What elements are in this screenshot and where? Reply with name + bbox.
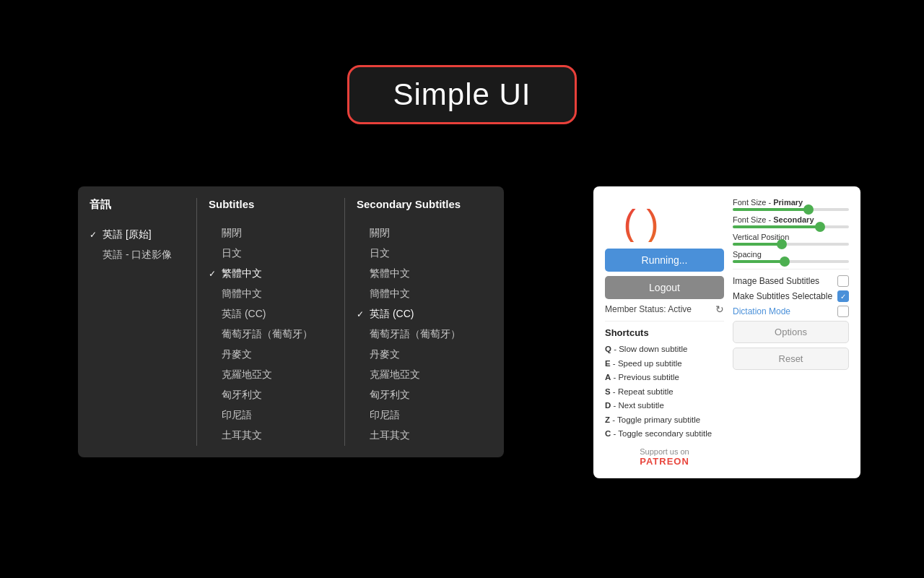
font-size-secondary-label: Font Size - Secondary (733, 215, 849, 224)
audio-column: 音訊 ✓ 英語 [原始] 英語 - 口述影像 (78, 198, 197, 446)
sub-item-tr[interactable]: 土耳其文 (209, 426, 333, 446)
dictation-mode-checkbox[interactable] (837, 306, 849, 317)
settings-section: Image Based Subtitles Make Subtitles Sel… (733, 269, 849, 317)
sub-item-hr[interactable]: 克羅地亞文 (209, 365, 333, 385)
audio-item-label: 英語 [原始] (103, 228, 152, 241)
sec-item-tr[interactable]: 土耳其文 (357, 426, 485, 446)
member-status-text: Member Status: Active (605, 304, 692, 314)
logo-icon: ( ) (623, 204, 658, 242)
title-area: Simple UI (0, 0, 924, 124)
patreon-text: PATREON (605, 456, 724, 467)
member-status: Member Status: Active ↻ (605, 303, 724, 315)
subtitles-header: Subtitles (209, 198, 333, 213)
font-size-secondary-thumb[interactable] (815, 222, 825, 232)
make-selectable-checkbox[interactable] (837, 290, 849, 302)
font-size-primary-section: Font Size - Primary (733, 198, 849, 211)
shortcut-d: D - Next subtitle (605, 399, 724, 413)
spacing-track[interactable] (733, 260, 849, 263)
vertical-position-thumb[interactable] (777, 239, 787, 249)
options-button[interactable]: Options (733, 321, 849, 343)
audio-item-description[interactable]: 英語 - 口述影像 (90, 245, 185, 265)
sub-item-cht[interactable]: ✓繁體中文 (209, 264, 333, 284)
running-button[interactable]: Running... (605, 249, 724, 272)
font-size-secondary-section: Font Size - Secondary (733, 215, 849, 228)
spacing-label: Spacing (733, 250, 849, 259)
vertical-position-fill (733, 243, 782, 246)
sub-item-ja[interactable]: 日文 (209, 243, 333, 264)
dictation-mode-link[interactable]: Dictation Mode (733, 306, 790, 316)
sub-item-hu[interactable]: 匈牙利文 (209, 385, 333, 405)
sec-item-pt[interactable]: 葡萄牙語（葡萄牙） (357, 324, 485, 345)
reset-button[interactable]: Reset (733, 348, 849, 370)
spacing-fill (733, 260, 785, 263)
font-size-secondary-track[interactable] (733, 225, 849, 228)
font-size-primary-fill (733, 208, 808, 211)
shortcut-q: Q - Slow down subtitle (605, 342, 724, 357)
sub-item-off[interactable]: 關閉 (209, 223, 333, 243)
font-size-primary-thumb[interactable] (803, 204, 814, 215)
font-size-primary-label: Font Size - Primary (733, 198, 849, 207)
sec-item-hr[interactable]: 克羅地亞文 (357, 365, 485, 385)
image-based-checkbox[interactable] (837, 275, 849, 287)
sub-item-id[interactable]: 印尼語 (209, 405, 333, 426)
right-panel-right: Font Size - Primary Font Size - Secondar… (733, 198, 849, 467)
logo-area: ( ) (605, 198, 677, 249)
shortcut-e: E - Speed up subtitle (605, 357, 724, 371)
sec-item-chs[interactable]: 簡體中文 (357, 284, 485, 304)
sec-item-hu[interactable]: 匈牙利文 (357, 385, 485, 405)
right-panel: ( ) Running... Logout Member Status: Act… (593, 186, 860, 478)
refresh-icon[interactable]: ↻ (715, 303, 724, 315)
shortcut-s: S - Repeat subtitle (605, 385, 724, 400)
secondary-subtitles-column: Secondary Subtitles 關閉 日文 繁體中文 簡體中文 ✓英語 … (345, 198, 497, 446)
sec-item-off[interactable]: 關閉 (357, 223, 485, 243)
sec-item-en-cc[interactable]: ✓英語 (CC) (357, 304, 485, 324)
shortcut-a: A - Previous subtitle (605, 371, 724, 385)
sec-item-id[interactable]: 印尼語 (357, 405, 485, 426)
audio-item-original[interactable]: ✓ 英語 [原始] (90, 225, 185, 245)
shortcuts-title: Shortcuts (605, 327, 724, 338)
sec-item-ja[interactable]: 日文 (357, 243, 485, 264)
support-text: Support us on (605, 447, 724, 456)
sub-item-pt[interactable]: 葡萄牙語（葡萄牙） (209, 324, 333, 345)
subtitles-column: Subtitles 關閉 日文 ✓繁體中文 簡體中文 英語 (CC) 葡萄牙語（… (197, 198, 345, 446)
shortcut-c: C - Toggle secondary subtitle (605, 427, 724, 441)
right-panel-left: ( ) Running... Logout Member Status: Act… (605, 198, 724, 467)
sub-item-da[interactable]: 丹麥文 (209, 345, 333, 365)
logout-button[interactable]: Logout (605, 276, 724, 299)
sub-item-chs[interactable]: 簡體中文 (209, 284, 333, 304)
secondary-header: Secondary Subtitles (357, 198, 485, 213)
title-box: Simple UI (347, 65, 576, 124)
vertical-position-track[interactable] (733, 243, 849, 246)
make-selectable-label: Make Subtitles Selectable (733, 291, 832, 301)
image-based-label: Image Based Subtitles (733, 276, 819, 286)
audio-header: 音訊 (90, 198, 185, 215)
font-size-primary-track[interactable] (733, 208, 849, 211)
vertical-position-section: Vertical Position (733, 233, 849, 246)
font-size-secondary-fill (733, 225, 820, 228)
shortcut-z: Z - Toggle primary subtitle (605, 413, 724, 428)
spacing-thumb[interactable] (780, 256, 790, 267)
audio-item-label-2: 英語 - 口述影像 (103, 249, 172, 262)
image-based-row: Image Based Subtitles (733, 275, 849, 287)
shortcuts-section: Shortcuts Q - Slow down subtitle E - Spe… (605, 321, 724, 441)
sec-item-cht[interactable]: 繁體中文 (357, 264, 485, 284)
make-selectable-row: Make Subtitles Selectable (733, 290, 849, 302)
app-title: Simple UI (393, 77, 531, 111)
sub-item-en-cc[interactable]: 英語 (CC) (209, 304, 333, 324)
dictation-mode-row: Dictation Mode (733, 306, 849, 317)
left-panel: 音訊 ✓ 英語 [原始] 英語 - 口述影像 Subtitles 關閉 日文 ✓… (78, 186, 504, 457)
sec-item-da[interactable]: 丹麥文 (357, 345, 485, 365)
vertical-position-label: Vertical Position (733, 233, 849, 241)
support-area: Support us on PATREON (605, 447, 724, 467)
spacing-section: Spacing (733, 250, 849, 263)
check-icon: ✓ (90, 230, 100, 240)
